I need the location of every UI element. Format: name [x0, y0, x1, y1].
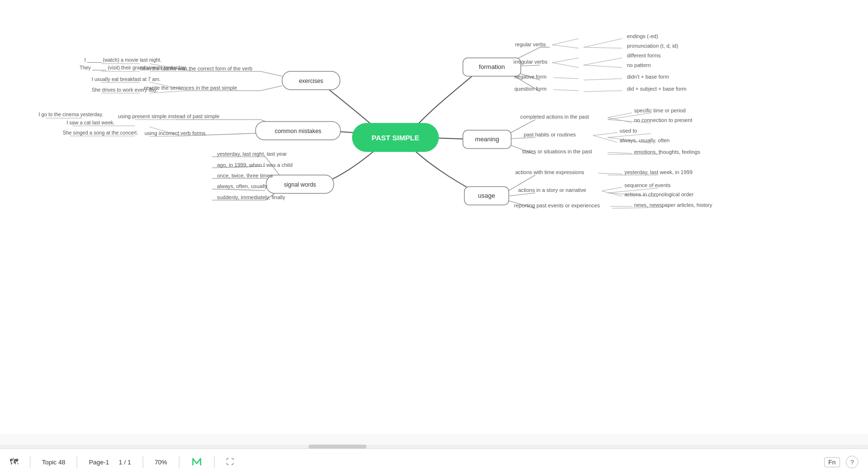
sequence-events-text: sequence of events — [624, 182, 671, 188]
actions-story-text: actions in a story or narrative — [518, 187, 586, 193]
exercises-label: exercises — [299, 78, 324, 84]
svg-line-58 — [552, 58, 579, 63]
actions-time-expr-text: actions with time expressions — [515, 169, 584, 175]
using-present-label: using present simple instead of past sim… — [118, 113, 219, 119]
separator-4 — [179, 456, 179, 468]
mistake-1-text: I go to the cinema yesterday. — [39, 111, 103, 117]
separator-3 — [143, 456, 143, 468]
svg-line-33 — [583, 91, 622, 92]
svg-line-64 — [593, 133, 617, 136]
using-incorrect-label: using incorrect verb forms — [145, 130, 206, 136]
zoom-level: 70% — [155, 459, 167, 466]
signal-1-text: yesterday, last night, last year — [217, 151, 287, 157]
scroll-thumb[interactable] — [309, 445, 366, 448]
svg-line-67 — [598, 173, 622, 174]
map-icon[interactable]: 🗺 — [10, 457, 18, 467]
yesterday-last-week-text: yesterday, last week, in 1999 — [624, 169, 692, 175]
actions-chronological-text: actions in chronological order — [624, 191, 693, 197]
negative-form-text: negative form — [515, 74, 547, 80]
scroll-bar[interactable] — [0, 445, 868, 448]
no-connection-text: no connection to present — [634, 117, 692, 123]
irregular-verbs-text: irregular verbs — [514, 59, 548, 65]
svg-line-31 — [583, 79, 622, 80]
topic-label: Topic 48 — [42, 459, 65, 466]
svg-line-65 — [593, 136, 617, 142]
svg-line-57 — [552, 45, 579, 48]
fullscreen-icon[interactable]: ⛶ — [226, 458, 234, 466]
svg-line-4 — [260, 86, 282, 91]
svg-line-68 — [602, 187, 622, 191]
completed-actions-text: completed actions in the past — [520, 114, 589, 120]
exercise-2b-text: She drives to work every day. — [92, 87, 158, 93]
usage-label: usage — [478, 192, 495, 199]
svg-line-25 — [583, 39, 622, 47]
svg-line-29 — [583, 65, 622, 68]
signal-3-text: once, twice, three times — [217, 173, 273, 178]
separator-5 — [214, 456, 215, 468]
pronunciation-text: pronunciation (t, d, id) — [627, 43, 678, 49]
bottom-bar: 🗺 Topic 48 Page-1 1 / 1 70% ⛶ Fn ? — [0, 448, 868, 475]
signal-4-text: always, often, usually — [217, 183, 268, 189]
emotions-thoughts-text: emotions, thoughts, feelings — [634, 149, 700, 155]
exercise-2a-text: I usually eat breakfast at 7 am. — [92, 76, 161, 82]
used-to-text: used to — [620, 128, 637, 134]
svg-line-14 — [149, 136, 181, 136]
mind-map-svg: PAST SIMPLE exercises common mistakes si… — [0, 0, 868, 434]
rewrite-label: rewrite the sentences in the past simple — [144, 85, 237, 91]
news-articles-text: news, newspaper articles, history — [634, 202, 713, 208]
endings-ed-text: endings (-ed) — [627, 33, 658, 39]
fn-badge[interactable]: Fn — [824, 457, 840, 467]
states-situations-text: states or situations in the past — [522, 149, 592, 154]
svg-line-66 — [608, 152, 632, 153]
always-usually-often-text: always, usually, often — [620, 137, 670, 143]
bottom-right-controls: Fn ? — [824, 456, 858, 468]
separator-2 — [77, 456, 77, 468]
svg-line-59 — [552, 63, 579, 68]
question-form-text: question form — [515, 86, 547, 92]
page-label: Page-1 — [89, 459, 109, 466]
svg-line-28 — [583, 58, 622, 65]
mistake-2a-text: I saw a cat last week. — [67, 120, 115, 125]
bottom-left-controls: 🗺 Topic 48 Page-1 1 / 1 70% ⛶ — [10, 456, 234, 468]
regular-verbs-text: regular verbs — [515, 41, 546, 47]
specific-time-text: specific time or period — [634, 108, 686, 113]
mistake-2b-text: She singed a song at the concert. — [63, 130, 138, 136]
exercise-1a-text: I _____ (watch) a movie last night. — [84, 57, 162, 63]
center-node-label: PAST SIMPLE — [372, 134, 420, 142]
svg-line-0 — [260, 71, 282, 76]
didnt-base-text: didn't + base form — [627, 74, 669, 80]
meaning-label: meaning — [475, 136, 499, 143]
past-habits-text: past habits or routines — [524, 132, 576, 137]
exercise-1b-text: They _____ (visit) their grandparents ye… — [80, 65, 187, 70]
page-info: 1 / 1 — [119, 459, 131, 466]
svg-line-20 — [212, 189, 265, 190]
brand-icon — [191, 456, 203, 468]
signal-5-text: suddenly, immediately, finally — [217, 194, 285, 200]
signal-words-label: signal words — [284, 181, 316, 188]
svg-line-56 — [552, 39, 579, 45]
signal-2-text: ago, in 1999, when I was a child — [217, 162, 293, 168]
no-pattern-text: no pattern — [627, 62, 651, 68]
svg-line-44 — [506, 193, 535, 196]
mind-map-container: PAST SIMPLE exercises common mistakes si… — [0, 0, 868, 434]
svg-line-61 — [554, 90, 579, 91]
svg-line-26 — [583, 47, 622, 48]
svg-line-60 — [554, 78, 579, 79]
reporting-past-text: reporting past events or experiences — [514, 203, 600, 208]
separator-1 — [30, 456, 30, 468]
different-forms-text: different forms — [627, 53, 661, 58]
formation-label: formation — [479, 63, 505, 70]
did-subject-text: did + subject + base form — [627, 86, 687, 92]
svg-line-38 — [608, 134, 651, 137]
help-icon[interactable]: ? — [846, 456, 858, 468]
svg-line-62 — [608, 113, 632, 118]
common-mistakes-label: common mistakes — [275, 128, 322, 135]
